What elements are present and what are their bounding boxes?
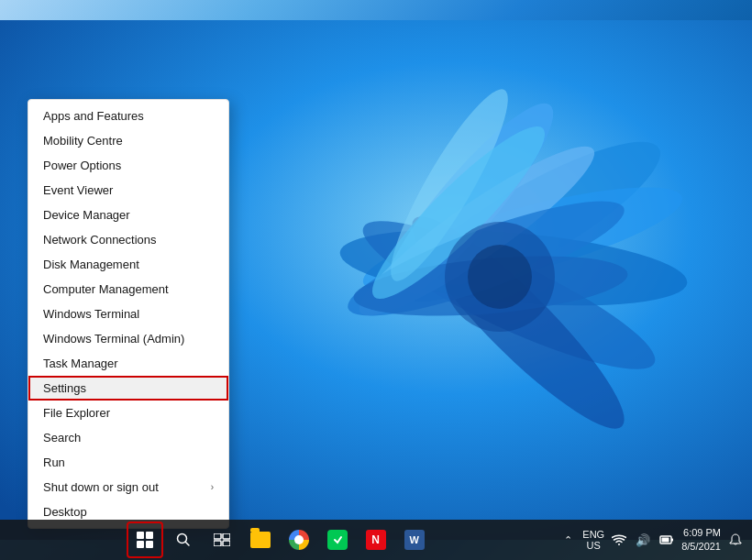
menu-item-apps-features[interactable]: Apps and Features [28,104,228,128]
svg-rect-16 [214,533,221,539]
clock-date: 8/5/2021 [681,540,721,554]
battery-button[interactable] [658,531,676,549]
menu-item-label-disk-management: Disk Management [43,258,139,271]
menu-item-shut-down-sign-out[interactable]: Shut down or sign out› [28,475,228,500]
menu-item-label-task-manager: Task Manager [43,357,118,370]
desktop: Apps and FeaturesMobility CentrePower Op… [0,0,752,560]
task-view-icon [214,533,230,546]
chrome-button[interactable] [281,522,317,558]
menu-item-event-viewer[interactable]: Event Viewer [28,178,228,203]
context-menu: Apps and FeaturesMobility CentrePower Op… [28,99,229,529]
netflix-icon: N [366,530,386,550]
word-icon: W [404,530,425,550]
volume-icon: 🔊 [636,533,650,547]
wifi-button[interactable] [610,531,628,549]
battery-icon [659,533,674,546]
menu-item-run[interactable]: Run [28,450,228,475]
clock-display[interactable]: 6:09 PM 8/5/2021 [681,526,721,555]
chrome-icon [289,530,309,550]
svg-rect-22 [662,538,669,543]
menu-item-disk-management[interactable]: Disk Management [28,252,228,277]
menu-item-mobility-centre[interactable]: Mobility Centre [28,128,228,153]
menu-item-label-windows-terminal: Windows Terminal [43,307,139,321]
svg-rect-19 [223,541,230,546]
menu-item-label-windows-terminal-admin: Windows Terminal (Admin) [43,332,184,346]
notification-button[interactable] [726,531,745,549]
menu-item-power-options[interactable]: Power Options [28,153,228,178]
folder-icon [250,532,271,548]
menu-item-label-mobility-centre: Mobility Centre [43,134,123,148]
windows-logo-icon [137,532,153,548]
volume-button[interactable]: 🔊 [634,531,652,549]
menu-item-windows-terminal-admin[interactable]: Windows Terminal (Admin) [28,326,228,351]
notification-icon [728,533,743,547]
language-text: ENG US [582,529,604,551]
svg-rect-18 [214,541,221,546]
menu-item-label-settings: Settings [43,381,86,395]
menu-item-device-manager[interactable]: Device Manager [28,203,228,227]
menu-item-label-power-options: Power Options [43,159,121,172]
taskbar-center-icons: N W [0,522,558,558]
menu-item-label-file-explorer: File Explorer [43,406,110,420]
menu-item-search[interactable]: Search [28,425,228,450]
menu-item-windows-terminal[interactable]: Windows Terminal [28,302,228,326]
menu-item-file-explorer[interactable]: File Explorer [28,401,228,425]
file-explorer-button[interactable] [242,522,279,558]
taskbar-icons-group: N W [127,522,433,558]
search-taskbar-button[interactable] [165,522,202,558]
chevron-up-icon: ⌃ [564,534,572,546]
menu-item-task-manager[interactable]: Task Manager [28,351,228,376]
menu-item-settings[interactable]: Settings [28,376,228,401]
svg-rect-17 [223,533,230,539]
menu-item-network-connections[interactable]: Network Connections [28,227,228,252]
menu-item-label-run: Run [43,456,65,469]
menu-item-label-event-viewer: Event Viewer [43,183,113,197]
menu-item-label-apps-features: Apps and Features [43,109,144,123]
search-taskbar-icon [176,533,191,547]
menu-item-label-shut-down-sign-out: Shut down or sign out [43,480,159,494]
taskbar: N W ⌃ ENG US [0,520,752,560]
task-view-button[interactable] [204,522,240,558]
green-app-icon [327,530,348,550]
word-button[interactable]: W [396,522,433,558]
svg-rect-23 [671,539,673,542]
language-indicator[interactable]: ENG US [582,529,604,551]
menu-item-label-search: Search [43,431,81,445]
menu-item-label-device-manager: Device Manager [43,208,130,222]
system-tray: ⌃ ENG US 🔊 [558,526,752,555]
wifi-icon [612,533,626,546]
menu-item-label-desktop: Desktop [43,505,87,519]
menu-item-label-network-connections: Network Connections [43,233,157,247]
green-app-button[interactable] [319,522,356,558]
svg-point-13 [468,245,532,309]
submenu-arrow-icon: › [211,482,214,492]
clock-time: 6:09 PM [681,526,721,540]
show-hidden-icons-button[interactable]: ⌃ [558,531,577,549]
svg-line-15 [185,543,189,546]
menu-item-label-computer-management: Computer Management [43,282,169,296]
menu-item-computer-management[interactable]: Computer Management [28,277,228,302]
start-button[interactable] [127,522,163,558]
netflix-button[interactable]: N [358,522,394,558]
